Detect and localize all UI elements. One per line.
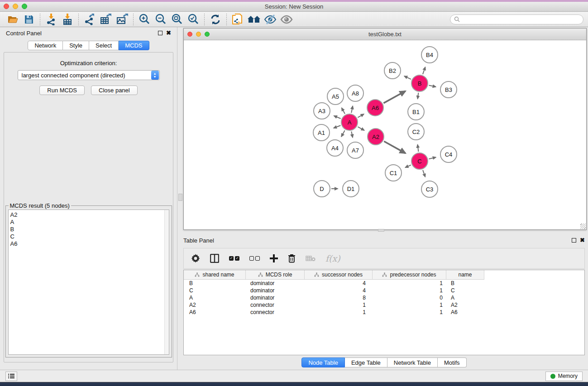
column-header-successor-nodes[interactable]: successor nodes bbox=[305, 270, 373, 280]
close-panel-button[interactable]: Close panel bbox=[91, 86, 138, 95]
graph-edge[interactable] bbox=[358, 127, 364, 130]
table-cell[interactable]: 0 bbox=[373, 295, 446, 301]
table-cell[interactable]: 1 bbox=[373, 302, 446, 308]
table-row[interactable]: Adominator80A bbox=[184, 294, 584, 301]
float-panel-icon[interactable] bbox=[158, 31, 163, 35]
table-cell[interactable]: A bbox=[446, 295, 484, 301]
table-row[interactable]: A2connector11A2 bbox=[184, 301, 584, 309]
column-header-MCDS-role[interactable]: MCDS role bbox=[246, 270, 305, 280]
save-session-icon[interactable] bbox=[21, 13, 37, 26]
export-network-icon[interactable] bbox=[81, 13, 98, 26]
run-mcds-button[interactable]: Run MCDS bbox=[39, 86, 85, 95]
zoom-out-icon[interactable] bbox=[153, 13, 169, 26]
table-cell[interactable]: A bbox=[184, 295, 246, 301]
graph-node-A4[interactable]: A4 bbox=[326, 139, 344, 157]
close-panel-icon[interactable]: ✖ bbox=[166, 31, 171, 35]
zoom-window-button[interactable] bbox=[22, 4, 27, 9]
graph-edge[interactable] bbox=[418, 93, 419, 99]
tab-node-table[interactable]: Node Table bbox=[301, 357, 345, 367]
memory-button[interactable]: Memory bbox=[545, 372, 583, 381]
graph-edge[interactable] bbox=[405, 165, 411, 168]
graph-node-B3[interactable]: B3 bbox=[440, 81, 457, 98]
graph-node-A8[interactable]: A8 bbox=[347, 85, 364, 102]
tab-motifs[interactable]: Motifs bbox=[438, 357, 467, 367]
graph-edge[interactable] bbox=[423, 170, 425, 177]
mcds-result-item[interactable]: A bbox=[10, 219, 169, 226]
table-cell[interactable]: 1 bbox=[373, 309, 446, 315]
table-row[interactable]: Bdominator41B bbox=[184, 280, 584, 287]
table-cell[interactable]: 1 bbox=[305, 302, 373, 308]
refresh-icon[interactable] bbox=[207, 13, 224, 26]
tab-network[interactable]: Network bbox=[28, 41, 63, 50]
table-cell[interactable]: 4 bbox=[305, 280, 373, 286]
graph-node-D1[interactable]: D1 bbox=[342, 180, 359, 197]
table-row[interactable]: Cdominator41C bbox=[184, 287, 584, 294]
network-close-button[interactable] bbox=[187, 32, 192, 37]
mcds-result-item[interactable]: B bbox=[10, 226, 169, 233]
hide-all-columns-icon[interactable] bbox=[249, 256, 260, 261]
search-field[interactable] bbox=[450, 14, 583, 24]
graph-node-B1[interactable]: B1 bbox=[407, 103, 425, 120]
table-cell[interactable]: B bbox=[446, 280, 484, 286]
table-cell[interactable]: 1 bbox=[305, 309, 373, 315]
mcds-result-item[interactable]: A6 bbox=[10, 240, 169, 248]
table-cell[interactable]: A6 bbox=[184, 309, 246, 315]
mcds-result-list[interactable]: A2ABCA6 bbox=[8, 210, 169, 355]
graph-edge[interactable] bbox=[334, 125, 340, 128]
open-file-icon[interactable] bbox=[5, 13, 21, 26]
graph-edge[interactable] bbox=[383, 91, 405, 103]
search-input[interactable] bbox=[462, 16, 579, 23]
criterion-select[interactable]: largest connected component (directed) ▲… bbox=[18, 70, 160, 80]
graph-node-D[interactable]: D bbox=[313, 180, 330, 197]
graph-node-A6[interactable]: A6 bbox=[367, 99, 384, 116]
zoom-selected-icon[interactable] bbox=[185, 13, 201, 26]
window-resize-grip[interactable] bbox=[580, 224, 586, 229]
table-cell[interactable]: 1 bbox=[373, 287, 446, 294]
graph-node-B[interactable]: B bbox=[411, 75, 428, 92]
tab-network-table[interactable]: Network Table bbox=[387, 357, 438, 367]
table-cell[interactable]: A2 bbox=[446, 302, 484, 308]
graph-edge[interactable] bbox=[423, 67, 425, 74]
export-image-icon[interactable] bbox=[114, 13, 130, 26]
table-cell[interactable]: connector bbox=[246, 309, 305, 315]
column-header-name[interactable]: name bbox=[446, 270, 484, 280]
graph-node-C1[interactable]: C1 bbox=[385, 164, 402, 181]
float-table-panel-icon[interactable] bbox=[572, 238, 576, 243]
graph-edge[interactable] bbox=[334, 116, 341, 119]
graph-node-B4[interactable]: B4 bbox=[421, 46, 438, 63]
table-cell[interactable]: C bbox=[184, 287, 246, 294]
graph-edge[interactable] bbox=[358, 114, 364, 118]
add-column-icon[interactable] bbox=[270, 254, 278, 262]
tab-style[interactable]: Style bbox=[63, 41, 89, 50]
graph-edge[interactable] bbox=[429, 157, 436, 159]
network-minimize-button[interactable] bbox=[196, 32, 201, 37]
table-cell[interactable]: A6 bbox=[446, 309, 484, 315]
table-cell[interactable]: A2 bbox=[184, 302, 246, 308]
graph-node-C4[interactable]: C4 bbox=[440, 146, 457, 163]
show-panels-icon[interactable] bbox=[278, 13, 295, 26]
graph-node-C[interactable]: C bbox=[411, 152, 428, 170]
result-scrollbar[interactable] bbox=[164, 210, 169, 354]
graph-node-C3[interactable]: C3 bbox=[421, 181, 438, 198]
node-table[interactable]: shared nameMCDS rolesuccessor nodesprede… bbox=[183, 270, 585, 355]
graph-node-A[interactable]: A bbox=[341, 114, 358, 131]
home-layout-icon[interactable] bbox=[246, 13, 262, 26]
gear-icon[interactable] bbox=[191, 254, 200, 263]
table-cell[interactable]: 8 bbox=[305, 295, 373, 301]
import-table-icon[interactable] bbox=[59, 13, 76, 26]
graph-edge[interactable] bbox=[351, 106, 353, 113]
table-cell[interactable]: dominator bbox=[246, 280, 305, 286]
graph-node-A2[interactable]: A2 bbox=[367, 128, 384, 145]
network-canvas[interactable]: B4B2BB3A5A8A6A3B1AA1C2A2A4A7C4CC1C3DD1 bbox=[184, 40, 586, 229]
column-header-shared-name[interactable]: shared name bbox=[184, 270, 246, 280]
table-cell[interactable]: 4 bbox=[305, 287, 373, 294]
horizontal-splitter-grip[interactable] bbox=[378, 229, 384, 232]
tab-edge-table[interactable]: Edge Table bbox=[345, 357, 387, 367]
table-cell[interactable]: dominator bbox=[246, 287, 305, 294]
import-network-icon[interactable] bbox=[43, 13, 59, 26]
mcds-result-item[interactable]: C bbox=[10, 233, 169, 240]
table-cell[interactable]: 1 bbox=[373, 280, 446, 286]
graph-edge[interactable] bbox=[351, 132, 353, 138]
graph-edge[interactable] bbox=[429, 85, 436, 86]
delete-column-icon[interactable] bbox=[288, 254, 296, 263]
